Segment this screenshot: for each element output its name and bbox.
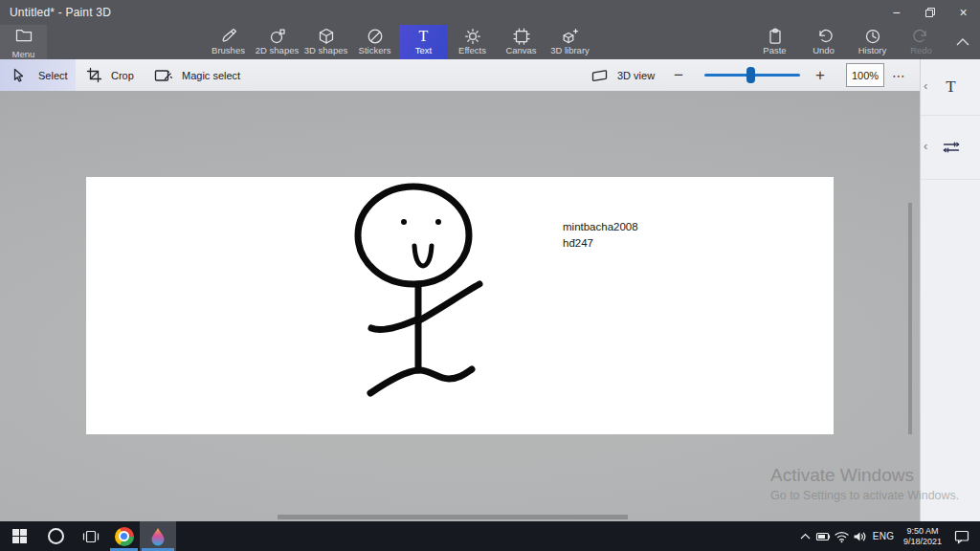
- paint3d-taskbar-button[interactable]: [140, 521, 176, 551]
- close-button[interactable]: ×: [947, 0, 980, 25]
- close-icon: ×: [959, 5, 967, 20]
- language-indicator[interactable]: ENG: [869, 521, 898, 551]
- minimize-button[interactable]: −: [880, 0, 913, 25]
- text-panel-icon: T: [946, 77, 955, 97]
- tab-3d-shapes[interactable]: 3D shapes: [301, 25, 350, 59]
- canvas-icon: [512, 27, 531, 45]
- tab-text[interactable]: T Text: [399, 25, 448, 59]
- desktop: { "window": { "title": "Untitled* - Pain…: [0, 0, 980, 551]
- window-title: Untitled* - Paint 3D: [10, 6, 111, 19]
- chrome-icon: [115, 527, 134, 546]
- text-panel-button[interactable]: ‹ T: [921, 59, 980, 116]
- clock[interactable]: 9:50 AM 9/18/2021: [898, 521, 947, 551]
- tab-brushes[interactable]: Brushes: [204, 25, 253, 59]
- zoom-slider[interactable]: [704, 59, 800, 91]
- redo-icon: [912, 27, 931, 45]
- 3d-view-button[interactable]: 3D view: [591, 59, 655, 91]
- tab-stickers[interactable]: Stickers: [350, 25, 399, 59]
- history-icon: [863, 27, 882, 45]
- search-icon: [48, 528, 64, 544]
- start-button[interactable]: [0, 521, 38, 551]
- restore-button[interactable]: [913, 0, 947, 25]
- tab-canvas[interactable]: Canvas: [497, 25, 546, 59]
- battery-icon[interactable]: [814, 521, 833, 551]
- brushes-icon: [219, 27, 238, 45]
- chrome-taskbar-button[interactable]: [108, 521, 140, 551]
- menu-button[interactable]: Menu: [0, 25, 47, 59]
- paste-icon: [766, 27, 785, 45]
- chevron-left-icon: ‹: [924, 139, 927, 153]
- tab-2d-shapes[interactable]: 2D shapes: [253, 25, 301, 59]
- select-label: Select: [38, 70, 68, 81]
- paste-button[interactable]: Paste: [750, 25, 799, 59]
- restore-icon: [924, 7, 936, 18]
- collapse-ribbon-button[interactable]: [949, 25, 976, 59]
- tray-date: 9/18/2021: [903, 537, 942, 547]
- zoom-level-value: 100%: [852, 70, 879, 81]
- canvas-text-block[interactable]: mintbacha2008 hđ247: [563, 219, 638, 252]
- horizontal-scrollbar[interactable]: [278, 515, 628, 519]
- right-sidebar: ‹ T ‹: [920, 59, 980, 521]
- action-center-button[interactable]: [947, 521, 976, 551]
- zoom-slider-thumb[interactable]: [746, 67, 755, 83]
- canvas-text-line1: mintbacha2008: [563, 219, 638, 235]
- magic-select-button[interactable]: Magic select: [154, 59, 240, 91]
- 2d-shapes-icon: [268, 27, 287, 45]
- tab-effects[interactable]: Effects: [448, 25, 497, 59]
- effects-icon: [463, 27, 482, 45]
- workspace: mintbacha2008 hđ247: [0, 91, 920, 521]
- paint3d-icon: [149, 527, 167, 546]
- undo-icon: [814, 27, 834, 45]
- minus-icon: −: [674, 66, 683, 85]
- adjustments-panel-button[interactable]: ‹: [921, 116, 980, 180]
- 3d-library-icon: [561, 27, 580, 45]
- task-view-button[interactable]: [74, 521, 108, 551]
- crop-icon: [86, 67, 102, 83]
- window-controls: − ×: [880, 0, 980, 25]
- canvas-text-line2: hđ247: [563, 235, 638, 252]
- menu-icon: [0, 28, 48, 48]
- ribbon: Menu Brushes 2D shapes 3D shapes Sticker…: [0, 25, 980, 59]
- 3d-view-label: 3D view: [617, 70, 655, 81]
- history-button[interactable]: History: [848, 25, 897, 59]
- tray-expand-button[interactable]: [796, 521, 814, 551]
- crop-label: Crop: [111, 70, 134, 81]
- system-tray: ENG 9:50 AM 9/18/2021: [796, 521, 980, 551]
- taskbar: ENG 9:50 AM 9/18/2021: [0, 521, 980, 551]
- wifi-icon[interactable]: [833, 521, 851, 551]
- select-cursor-icon: [11, 68, 27, 83]
- chevron-up-icon: [956, 38, 969, 46]
- ribbon-tabs: Brushes 2D shapes 3D shapes Stickers T T…: [204, 25, 594, 59]
- redo-button[interactable]: Redo: [897, 25, 946, 59]
- task-view-icon: [82, 529, 100, 544]
- ribbon-actions: Paste Undo History Redo: [750, 25, 946, 59]
- tool-options-bar: Select Crop Magic select 3D view − + 100…: [0, 59, 920, 91]
- zoom-out-button[interactable]: −: [674, 59, 683, 91]
- drawing-canvas[interactable]: mintbacha2008 hđ247: [86, 177, 834, 434]
- 3d-shapes-icon: [317, 27, 336, 45]
- tray-time: 9:50 AM: [906, 526, 938, 537]
- text-icon: T: [419, 27, 429, 45]
- title-bar: Untitled* - Paint 3D − ×: [0, 0, 980, 25]
- windows-logo-icon: [12, 529, 27, 543]
- search-button[interactable]: [38, 521, 74, 551]
- sliders-icon: [942, 140, 961, 155]
- action-center-icon: [953, 529, 970, 544]
- 3d-view-icon: [591, 68, 609, 82]
- undo-button[interactable]: Undo: [799, 25, 848, 59]
- tab-3d-library[interactable]: 3D library: [546, 25, 594, 59]
- zoom-level-field[interactable]: 100%: [846, 63, 884, 87]
- ellipsis-icon: ⋯: [892, 68, 906, 83]
- magic-select-label: Magic select: [182, 70, 240, 81]
- plus-icon: +: [815, 66, 825, 85]
- magic-select-icon: [154, 68, 173, 83]
- vertical-scrollbar[interactable]: [908, 203, 912, 434]
- more-options-button[interactable]: ⋯: [892, 59, 906, 91]
- stickers-icon: [366, 27, 385, 45]
- zoom-in-button[interactable]: +: [815, 59, 825, 91]
- volume-icon[interactable]: [851, 521, 869, 551]
- crop-tool-button[interactable]: Crop: [86, 59, 134, 91]
- minimize-icon: −: [892, 5, 900, 20]
- select-tool-button[interactable]: Select: [0, 59, 76, 91]
- menu-label: Menu: [12, 49, 35, 59]
